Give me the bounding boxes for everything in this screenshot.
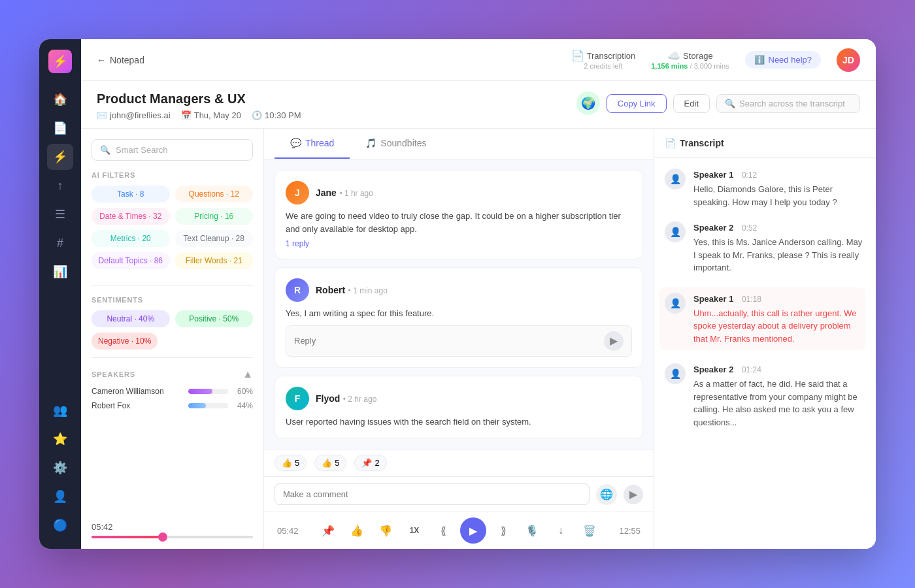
sidebar-layers-icon[interactable]: ☰ (47, 201, 73, 227)
transcript-entry-4: 👤 Speaker 2 01:24 As a matter of fact, h… (665, 363, 865, 429)
sentiment-negative[interactable]: Negative · 10% (92, 333, 158, 350)
sidebar: ⚡ 🏠 📄 ⚡ ↑ ☰ # 📊 👥 ⭐ ⚙️ 👤 🔵 (39, 39, 81, 549)
transcript-text-2: Yes, this is Ms. Janice Anderson calling… (693, 236, 865, 274)
speaker-row-cameron: Cameron Williamson 60% (92, 387, 253, 396)
thumbsdown-btn[interactable]: 👎 (374, 519, 397, 542)
filter-topics[interactable]: Default Topics · 86 (92, 252, 170, 269)
sidebar-flash-icon[interactable]: ⚡ (47, 144, 73, 170)
middle-panel: 💬 Thread 🎵 Soundbites J Jane (264, 129, 654, 549)
filter-task[interactable]: Task · 8 (92, 186, 170, 203)
comment-name-robert: Robert (316, 285, 345, 295)
progress-thumb[interactable] (158, 532, 167, 542)
reply-input[interactable] (294, 336, 599, 346)
sidebar-add-user-icon[interactable]: 👤 (47, 483, 73, 510)
send-comment-button[interactable]: ▶ (624, 485, 643, 504)
thumbsup-btn[interactable]: 👍 (345, 519, 369, 542)
filter-grid: Task · 8 Questions · 12 Date & Times · 3… (92, 186, 253, 269)
play-button[interactable]: ▶ (460, 517, 486, 544)
comment-robert: R Robert • 1 min ago Yes, I am writing a… (274, 267, 643, 368)
sidebar-gear-icon[interactable]: ⚙️ (47, 455, 73, 481)
tab-soundbites-label: Soundbites (380, 138, 426, 148)
reaction-count-3: 2 (374, 458, 379, 468)
transcript-ts-2: 0:52 (742, 223, 757, 233)
transcript-body-1: Speaker 1 0:12 Hello, Diamonds Galore, t… (693, 169, 865, 208)
comment-time-robert: 1 min ago (353, 286, 388, 295)
sidebar-hash-icon[interactable]: # (47, 230, 73, 256)
mic-btn[interactable]: 🎙️ (520, 519, 544, 542)
back-button[interactable]: ← Notepad (97, 55, 144, 65)
comment-text-flyod: User reported having issues with the sea… (286, 416, 632, 429)
thumbsup-icon-1: 👍 (282, 458, 292, 468)
speakers-collapse-icon[interactable]: ▲ (242, 368, 253, 380)
copy-link-button[interactable]: Copy Link (607, 94, 667, 113)
meeting-email: ✉️ john@fireflies.ai (97, 110, 171, 120)
transcript-speaker-name-4: Speaker 2 01:24 (693, 363, 865, 375)
transcript-text-1: Hello, Diamonds Galore, this is Peter sp… (693, 183, 865, 208)
logo[interactable]: ⚡ (48, 50, 72, 73)
comment-time-jane: • (339, 189, 344, 198)
storage-sep: / (690, 62, 692, 70)
reaction-thumbsup-2[interactable]: 👍 5 (314, 455, 346, 471)
meeting-date: 📅 Thu, May 20 (181, 110, 241, 120)
smart-search-bar[interactable]: 🔍 Smart Search (92, 139, 253, 161)
sentiment-grid: Neutral · 40% Positive · 50% (92, 310, 253, 327)
meeting-actions: 🌍 Copy Link Edit 🔍 Search across the tra… (576, 91, 860, 115)
search-icon: 🔍 (725, 99, 735, 108)
sentiment-neutral[interactable]: Neutral · 40% (92, 310, 170, 327)
ai-filters-label: AI FILTERS (92, 171, 253, 179)
progress-bar[interactable] (92, 536, 253, 538)
rewind-btn[interactable]: ⟪ (431, 519, 455, 542)
globe-icon-btn[interactable]: 🌐 (596, 484, 617, 505)
speaker-name-cameron: Cameron Williamson (92, 387, 183, 396)
comment-sep-robert: • (348, 286, 354, 295)
player-time-left: 05:42 (277, 526, 299, 536)
thread-icon: 💬 (290, 138, 301, 148)
user-avatar[interactable]: JD (837, 48, 860, 72)
filter-textcleanup[interactable]: Text Cleanup · 28 (175, 230, 254, 247)
sentiment-positive[interactable]: Positive · 50% (175, 310, 254, 327)
comment-input[interactable] (274, 483, 590, 505)
filter-metrics[interactable]: Metrics · 20 (92, 230, 170, 247)
storage-stat: ☁️ Storage 1,156 mins / 3,000 mins (651, 50, 729, 70)
calendar-icon: 📅 (181, 110, 191, 120)
main-content: ← Notepad 📄 Transcription 2 credits left… (81, 39, 876, 549)
fast-forward-btn[interactable]: ⟫ (491, 519, 515, 542)
meeting-header: Product Managers & UX ✉️ john@fireflies.… (81, 81, 876, 129)
speaker-bar-fill-robert (188, 403, 206, 408)
sidebar-home-icon[interactable]: 🏠 (47, 86, 73, 112)
sidebar-chart-icon[interactable]: 📊 (47, 259, 73, 285)
reply-count-jane[interactable]: 1 reply (286, 239, 632, 248)
speaker-bar-bg-robert (188, 403, 228, 408)
reaction-pin[interactable]: 📌 2 (354, 455, 386, 471)
send-reply-button[interactable]: ▶ (604, 331, 624, 351)
sidebar-star-icon[interactable]: ⭐ (47, 426, 73, 452)
download-btn[interactable]: ↓ (549, 519, 573, 542)
need-help-button[interactable]: ℹ️ Need help? (745, 51, 822, 69)
progress-bar-fill (92, 536, 163, 538)
thread-content: J Jane • 1 hr ago We are going to need v… (264, 159, 654, 449)
reaction-thumbsup-1[interactable]: 👍 5 (274, 455, 307, 471)
pin-btn[interactable]: 📌 (316, 519, 340, 542)
tab-thread[interactable]: 💬 Thread (274, 129, 350, 159)
sidebar-docs-icon[interactable]: 📄 (47, 115, 73, 141)
transcript-name-2: Speaker 2 (693, 223, 733, 233)
content-area: 🔍 Smart Search AI FILTERS Task · 8 Quest… (81, 129, 876, 549)
help-icon: ℹ️ (754, 55, 765, 65)
reply-input-container: ▶ (286, 325, 632, 357)
filter-questions[interactable]: Questions · 12 (175, 186, 254, 203)
sidebar-people-icon[interactable]: 👥 (47, 397, 73, 423)
reaction-count-1: 5 (295, 458, 299, 468)
clock-icon: 🕐 (252, 110, 262, 120)
filter-pricing[interactable]: Pricing · 16 (175, 208, 254, 225)
tab-soundbites[interactable]: 🎵 Soundbites (350, 129, 442, 159)
filter-datetime[interactable]: Date & Times · 32 (92, 208, 170, 225)
filter-filler[interactable]: Filler Words · 21 (175, 252, 254, 269)
sidebar-upload-icon[interactable]: ↑ (47, 172, 73, 199)
sidebar-circle-icon[interactable]: 🔵 (47, 512, 73, 538)
delete-btn[interactable]: 🗑️ (578, 519, 601, 542)
search-transcript-input[interactable]: 🔍 Search across the transcript (716, 94, 860, 113)
right-panel: 📄 Transcript 👤 Speaker 1 0:12 Hello, Dia… (654, 129, 876, 549)
reaction-count-2: 5 (335, 458, 339, 468)
edit-button[interactable]: Edit (673, 94, 710, 113)
speed-btn[interactable]: 1X (403, 519, 426, 542)
